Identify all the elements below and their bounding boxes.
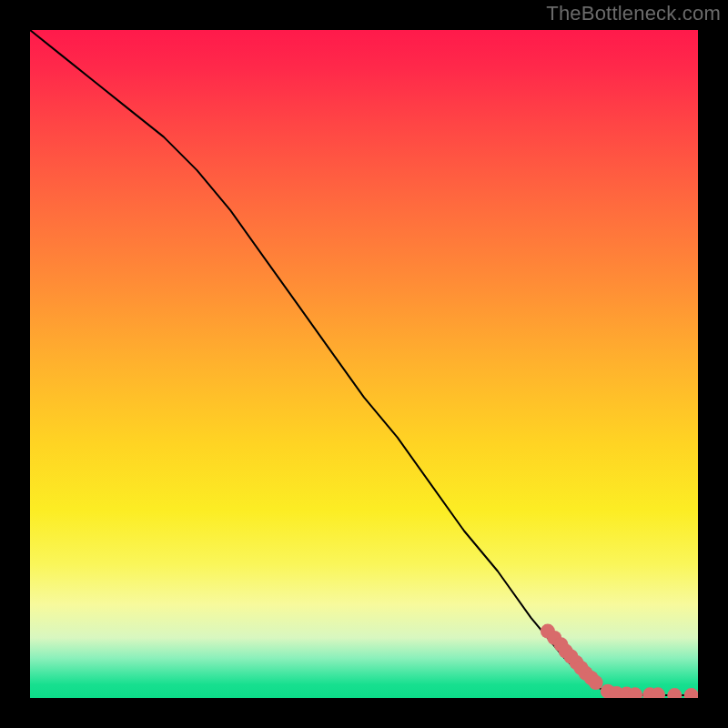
chart-overlay <box>30 30 698 698</box>
highlight-marker <box>589 675 603 690</box>
chart-frame: TheBottleneck.com <box>0 0 728 728</box>
marker-group <box>541 624 698 698</box>
highlight-marker <box>667 688 682 698</box>
attribution-label: TheBottleneck.com <box>546 2 721 25</box>
plot-area <box>30 30 698 698</box>
bottleneck-curve <box>30 30 698 695</box>
highlight-marker <box>684 688 698 698</box>
